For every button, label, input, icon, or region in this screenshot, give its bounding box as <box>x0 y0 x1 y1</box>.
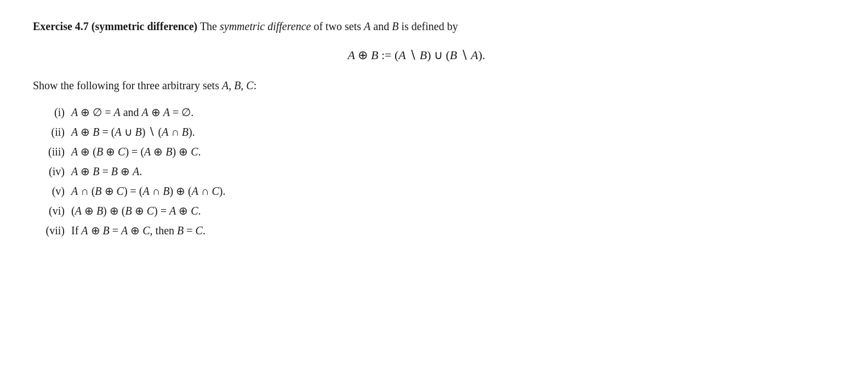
list-item: (iii) A ⊕ (B ⊕ C) = (A ⊕ B) ⊕ C. <box>33 143 800 160</box>
item-content-iv: A ⊕ B = B ⊕ A. <box>71 163 800 180</box>
item-content-i: A ⊕ ∅ = A and A ⊕ A = ∅. <box>71 103 800 121</box>
exercise-block: Exercise 4.7 (symmetric difference) The … <box>33 18 800 239</box>
list-item: (vi) (A ⊕ B) ⊕ (B ⊕ C) = A ⊕ C. <box>33 202 800 220</box>
item-content-ii: A ⊕ B = (A ∪ B) ∖ (A ∩ B). <box>71 123 800 141</box>
list-item: (ii) A ⊕ B = (A ∪ B) ∖ (A ∩ B). <box>33 123 800 141</box>
item-label-v: (v) <box>33 182 71 200</box>
item-label-iv: (iv) <box>33 163 71 180</box>
exercise-label: Exercise 4.7 (symmetric difference) <box>33 20 197 32</box>
list-item: (v) A ∩ (B ⊕ C) = (A ∩ B) ⊕ (A ∩ C). <box>33 182 800 200</box>
item-label-iii: (iii) <box>33 143 71 160</box>
item-label-vi: (vi) <box>33 202 71 220</box>
list-item: (vii) If A ⊕ B = A ⊕ C, then B = C. <box>33 222 800 239</box>
item-content-vi: (A ⊕ B) ⊕ (B ⊕ C) = A ⊕ C. <box>71 202 800 220</box>
show-prompt: Show the following for three arbitrary s… <box>33 77 800 94</box>
list-item: (i) A ⊕ ∅ = A and A ⊕ A = ∅. <box>33 103 800 121</box>
item-content-vii: If A ⊕ B = A ⊕ C, then B = C. <box>71 222 800 239</box>
definition-display: A ⊕ B := (A ∖ B) ∪ (B ∖ A). <box>33 46 800 64</box>
item-content-iii: A ⊕ (B ⊕ C) = (A ⊕ B) ⊕ C. <box>71 143 800 160</box>
exercise-header: Exercise 4.7 (symmetric difference) The … <box>33 18 800 35</box>
item-label-ii: (ii) <box>33 123 71 141</box>
list-item: (iv) A ⊕ B = B ⊕ A. <box>33 163 800 180</box>
item-label-vii: (vii) <box>33 222 71 239</box>
exercise-intro: The symmetric difference of two sets A a… <box>200 20 458 32</box>
items-list: (i) A ⊕ ∅ = A and A ⊕ A = ∅. (ii) A ⊕ B … <box>33 103 800 239</box>
item-content-v: A ∩ (B ⊕ C) = (A ∩ B) ⊕ (A ∩ C). <box>71 182 800 200</box>
item-label-i: (i) <box>33 103 71 121</box>
